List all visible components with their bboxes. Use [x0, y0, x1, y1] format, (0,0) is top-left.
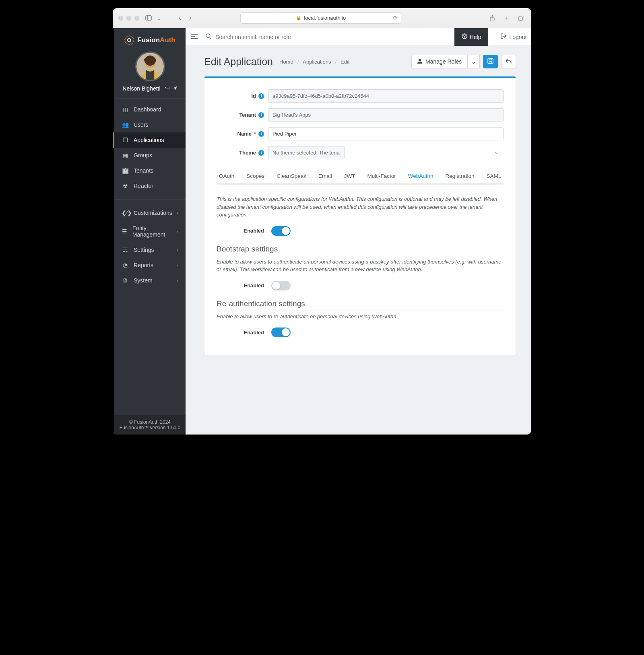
sidebar-item-applications[interactable]: ❒Applications	[114, 132, 186, 148]
tab-jwt[interactable]: JWT	[343, 169, 356, 183]
tab-body-webauthn: This is the application specific configu…	[217, 185, 504, 337]
address-bar[interactable]: 🔒 local.fusionauth.io ⟳	[240, 12, 401, 24]
sidebar: FusionAuth Nelson Bighetti	[113, 28, 186, 435]
new-tab-icon[interactable]: ＋	[502, 14, 511, 23]
user-icon	[417, 58, 422, 65]
sidebar-item-users[interactable]: 👥Users	[114, 117, 186, 132]
traffic-lights[interactable]	[118, 16, 139, 21]
help-label: Help	[470, 34, 481, 40]
reactor-icon: ☢	[122, 183, 129, 189]
reload-icon[interactable]: ⟳	[393, 15, 398, 21]
building-icon: 🏢	[122, 167, 129, 174]
info-icon[interactable]: i	[258, 93, 264, 99]
page-header: Edit Application Home / Applications / E…	[186, 46, 531, 72]
sidebar-item-label: Reactor	[134, 183, 153, 189]
svg-rect-11	[191, 36, 195, 37]
search-input[interactable]	[215, 34, 449, 40]
browser-window: ⌄ ‹ › 🔒 local.fusionauth.io ⟳ ＋ FusionAu…	[113, 8, 531, 435]
sidebar-item-entity-management[interactable]: ☰Entity Management‹	[114, 220, 186, 242]
tab-saml[interactable]: SAML	[486, 169, 502, 183]
id-label: Idi	[217, 93, 268, 99]
theme-select[interactable]	[268, 146, 345, 159]
breadcrumb: Home / Applications / Edit	[279, 59, 349, 65]
address-bar-text: local.fusionauth.io	[304, 15, 346, 21]
nav-divider	[114, 199, 186, 200]
chevron-left-icon: ‹	[177, 229, 178, 234]
chevron-left-icon: ‹	[177, 248, 178, 252]
tab-scopes[interactable]: Scopes	[246, 169, 265, 183]
crumb-applications[interactable]: Applications	[303, 59, 331, 65]
chevron-left-icon: ‹	[177, 278, 178, 283]
tab-multifactor[interactable]: Multi-Factor	[366, 169, 396, 183]
dashboard-icon: ◫	[122, 106, 129, 113]
chevron-down-icon[interactable]: ⌄	[155, 14, 163, 23]
svg-point-7	[165, 87, 166, 88]
sidebar-item-dashboard[interactable]: ◫Dashboard	[114, 102, 186, 117]
save-button[interactable]	[483, 55, 498, 68]
avatar[interactable]	[135, 51, 165, 81]
manage-roles-button[interactable]: Manage Roles	[411, 55, 468, 68]
bootstrap-enabled-toggle[interactable]	[271, 281, 291, 290]
cube-icon: ❒	[122, 137, 129, 143]
browser-titlebar: ⌄ ‹ › 🔒 local.fusionauth.io ⟳ ＋	[113, 8, 531, 28]
svg-rect-10	[191, 34, 198, 35]
chevron-down-icon: ⌄	[471, 58, 476, 65]
tab-webauthn[interactable]: WebAuthn	[407, 169, 434, 183]
tabs-overview-icon[interactable]	[517, 14, 526, 23]
back-button[interactable]	[501, 55, 516, 68]
sidebar-item-label: Dashboard	[134, 106, 161, 113]
logo[interactable]: FusionAuth	[114, 28, 186, 49]
name-field[interactable]	[268, 127, 504, 140]
sidebar-item-customizations[interactable]: ❮∕❯Customizations‹	[114, 205, 186, 220]
svg-point-17	[419, 59, 421, 61]
sidebar-item-tenants[interactable]: 🏢Tenants	[114, 163, 186, 178]
theme-label: Themei	[217, 150, 268, 156]
tab-cleanspeak[interactable]: CleanSpeak	[276, 169, 307, 183]
sidebar-item-settings[interactable]: ☵Settings‹	[114, 242, 186, 257]
logo-mark-icon	[124, 35, 134, 45]
monitor-icon: 🖥	[122, 277, 129, 284]
sliders-icon: ☵	[122, 247, 129, 253]
info-icon[interactable]: i	[258, 150, 264, 156]
sidebar-item-system[interactable]: 🖥System‹	[114, 273, 186, 288]
manage-roles-label: Manage Roles	[425, 58, 462, 65]
svg-point-13	[206, 34, 210, 38]
users-icon: 👥	[122, 122, 129, 128]
lock-icon: 🔒	[296, 15, 301, 21]
webauthn-enabled-toggle[interactable]	[271, 226, 291, 236]
svg-line-14	[210, 37, 211, 39]
help-button[interactable]: Help	[454, 28, 489, 46]
info-icon[interactable]: i	[258, 112, 264, 118]
tab-email[interactable]: Email	[318, 169, 333, 183]
sidebar-item-label: Reports	[134, 262, 153, 268]
svg-rect-12	[191, 38, 198, 39]
sidebar-item-label: Tenants	[134, 167, 153, 174]
sidebar-item-label: Applications	[134, 137, 164, 143]
info-icon[interactable]: i	[258, 131, 264, 137]
sidebar-item-label: Groups	[134, 152, 152, 159]
logout-label: Logout	[509, 34, 526, 40]
svg-rect-9	[167, 88, 169, 89]
profile-block: Nelson Bighetti	[114, 49, 186, 99]
back-icon[interactable]: ‹	[175, 14, 184, 23]
nav-primary: ◫Dashboard 👥Users ❒Applications ▦Groups …	[114, 99, 186, 197]
manage-roles-dropdown[interactable]: ⌄	[468, 55, 480, 68]
logout-icon	[501, 33, 507, 40]
forward-icon[interactable]: ›	[186, 14, 195, 23]
collapse-sidebar-icon[interactable]	[191, 34, 200, 40]
sidebar-toggle-icon[interactable]	[144, 14, 153, 23]
help-icon	[462, 33, 467, 40]
crumb-home[interactable]: Home	[279, 59, 293, 65]
sidebar-item-reports[interactable]: ◔Reports‹	[114, 257, 186, 273]
share-icon[interactable]	[488, 14, 497, 23]
main-pane: Help Logout Edit Application Home / Appl…	[186, 28, 531, 435]
tab-oauth[interactable]: OAuth	[218, 169, 235, 183]
reauth-enabled-toggle[interactable]	[271, 328, 291, 337]
logo-text: FusionAuth	[137, 36, 175, 44]
tab-registration[interactable]: Registration	[445, 169, 475, 183]
sidebar-item-reactor[interactable]: ☢Reactor	[114, 178, 186, 194]
sidebar-item-groups[interactable]: ▦Groups	[114, 148, 186, 163]
logout-button[interactable]: Logout	[493, 33, 529, 40]
location-arrow-icon[interactable]	[173, 86, 178, 92]
id-card-icon[interactable]	[164, 86, 169, 91]
